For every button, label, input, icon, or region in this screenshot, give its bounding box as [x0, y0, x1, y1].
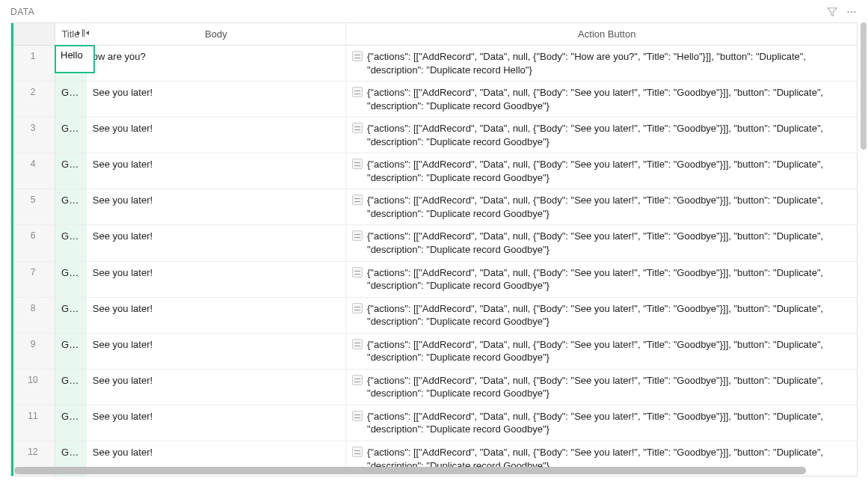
section-header: DATA [0, 0, 868, 22]
cell-action-button[interactable]: {"actions": [["AddRecord", "Data", null,… [346, 82, 857, 117]
svg-point-0 [847, 11, 849, 13]
cell-action-button[interactable]: {"actions": [["AddRecord", "Data", null,… [346, 117, 857, 153]
row-number[interactable]: 6 [11, 225, 55, 261]
vertical-scrollbar[interactable] [861, 22, 867, 472]
row-number[interactable]: 11 [11, 405, 55, 441]
cell-body[interactable]: See you later! [86, 261, 345, 297]
table-row[interactable]: 4Go…See you later!{"actions": [["AddReco… [11, 153, 857, 189]
more-icon[interactable] [844, 4, 859, 19]
expand-icon[interactable] [352, 411, 363, 421]
row-number[interactable]: 5 [11, 189, 55, 225]
cell-action-button[interactable]: {"actions": [["AddRecord", "Data", null,… [346, 153, 857, 189]
horizontal-scrollbar[interactable] [14, 467, 839, 474]
column-header-row: Title Body Action Button + [11, 23, 857, 46]
cell-body[interactable]: ow are you? [86, 46, 345, 82]
cell-title[interactable]: Go… [55, 297, 87, 333]
vertical-scrollbar-thumb[interactable] [861, 22, 867, 150]
cell-title[interactable]: Go… [55, 405, 87, 441]
cell-action-button[interactable]: {"actions": [["AddRecord", "Data", null,… [346, 369, 857, 405]
table-row[interactable]: 8Go…See you later!{"actions": [["AddReco… [11, 297, 857, 333]
table-row[interactable]: 9Go…See you later!{"actions": [["AddReco… [11, 333, 857, 369]
table-row[interactable]: 3Go…See you later!{"actions": [["AddReco… [11, 117, 857, 153]
table-row[interactable]: 10Go…See you later!{"actions": [["AddRec… [11, 369, 857, 405]
cell-title[interactable]: Go… [55, 189, 87, 225]
cell-title[interactable]: Go… [55, 225, 87, 261]
svg-point-1 [851, 11, 852, 13]
cell-title[interactable]: Go… [55, 261, 87, 297]
row-number[interactable]: 10 [11, 369, 55, 405]
expand-icon[interactable] [352, 87, 363, 97]
cell-action-text: {"actions": [["AddRecord", "Data", null,… [367, 87, 823, 111]
cell-title[interactable]: Go… [55, 153, 87, 189]
cell-action-text: {"actions": [["AddRecord", "Data", null,… [367, 375, 823, 399]
cell-action-text: {"actions": [["AddRecord", "Data", null,… [367, 303, 823, 328]
cell-action-button[interactable]: {"actions": [["AddRecord", "Data", null,… [346, 225, 857, 261]
column-header-action[interactable]: Action Button [346, 23, 857, 46]
cell-title[interactable]: Hello [55, 46, 87, 82]
column-header-title-label: Title [61, 28, 79, 40]
expand-icon[interactable] [352, 303, 363, 313]
table-row[interactable]: 1Helloow are you?{"actions": [["AddRecor… [11, 46, 857, 82]
cell-action-text: {"actions": [["AddRecord", "Data", null,… [367, 411, 823, 435]
cell-body[interactable]: See you later! [86, 117, 345, 153]
cell-action-button[interactable]: {"actions": [["AddRecord", "Data", null,… [346, 261, 857, 297]
cell-action-text: {"actions": [["AddRecord", "Data", null,… [367, 159, 823, 183]
cell-body[interactable]: See you later! [86, 297, 345, 333]
cell-title[interactable]: Go… [55, 82, 87, 117]
expand-icon[interactable] [352, 267, 363, 278]
cell-action-button[interactable]: {"actions": [["AddRecord", "Data", null,… [346, 405, 857, 441]
expand-icon[interactable] [352, 159, 363, 169]
expand-icon[interactable] [352, 230, 363, 241]
column-header-body[interactable]: Body [86, 23, 345, 46]
row-number[interactable]: 9 [11, 333, 55, 369]
row-number[interactable]: 3 [11, 117, 55, 153]
cell-action-button[interactable]: {"actions": [["AddRecord", "Data", null,… [346, 189, 857, 225]
table-row[interactable]: 5Go…See you later!{"actions": [["AddReco… [11, 189, 857, 225]
cell-body[interactable]: See you later! [86, 82, 345, 117]
data-table: Title Body Action Button + 1Helloow are … [11, 23, 857, 476]
row-number[interactable]: 4 [11, 153, 55, 189]
cell-title[interactable]: Go… [55, 117, 87, 153]
cell-action-button[interactable]: {"actions": [["AddRecord", "Data", null,… [346, 297, 857, 333]
cell-action-text: {"actions": [["AddRecord", "Data", null,… [367, 195, 823, 219]
table-row[interactable]: 2Go…See you later!{"actions": [["AddReco… [11, 82, 857, 117]
column-header-action-label: Action Button [578, 28, 635, 40]
cell-action-text: {"actions": [["AddRecord", "Data", null,… [367, 339, 823, 364]
filter-icon[interactable] [825, 4, 840, 19]
column-header-body-label: Body [205, 28, 227, 40]
expand-icon[interactable] [352, 51, 363, 61]
cell-action-text: {"actions": [["AddRecord", "Data", null,… [367, 51, 806, 76]
expand-icon[interactable] [352, 195, 363, 205]
cell-action-button[interactable]: {"actions": [["AddRecord", "Data", null,… [346, 333, 857, 369]
cell-action-text: {"actions": [["AddRecord", "Data", null,… [367, 123, 823, 147]
expand-icon[interactable] [352, 375, 363, 385]
cell-action-text: {"actions": [["AddRecord", "Data", null,… [367, 267, 823, 292]
horizontal-scrollbar-thumb[interactable] [14, 467, 806, 474]
cell-title[interactable]: Go… [55, 369, 87, 405]
cell-body[interactable]: See you later! [86, 405, 345, 441]
cell-action-button[interactable]: {"actions": [["AddRecord", "Data", null,… [346, 46, 857, 82]
table-row[interactable]: 6Go…See you later!{"actions": [["AddReco… [11, 225, 857, 261]
table-row[interactable]: 11Go…See you later!{"actions": [["AddRec… [11, 405, 857, 441]
cell-title[interactable]: Go… [55, 333, 87, 369]
row-number[interactable]: 8 [11, 297, 55, 333]
table-row[interactable]: 7Go…See you later!{"actions": [["AddReco… [11, 261, 857, 297]
svg-point-2 [854, 11, 855, 13]
cell-body[interactable]: See you later! [86, 369, 345, 405]
expand-icon[interactable] [352, 447, 363, 457]
column-header-title[interactable]: Title [55, 23, 87, 46]
cell-body[interactable]: See you later! [86, 153, 345, 189]
row-number[interactable]: 2 [11, 82, 55, 117]
expand-icon[interactable] [352, 339, 363, 349]
cell-action-text: {"actions": [["AddRecord", "Data", null,… [367, 230, 823, 255]
cell-body[interactable]: See you later! [86, 333, 345, 369]
row-number[interactable]: 7 [11, 261, 55, 297]
expand-icon[interactable] [352, 123, 363, 133]
corner-cell[interactable] [11, 23, 55, 46]
row-number[interactable]: 1 [11, 46, 55, 82]
cell-body[interactable]: See you later! [86, 189, 345, 225]
cell-body[interactable]: See you later! [86, 225, 345, 261]
data-grid: Title Body Action Button + 1Helloow are … [10, 22, 858, 477]
section-title: DATA [10, 7, 34, 17]
